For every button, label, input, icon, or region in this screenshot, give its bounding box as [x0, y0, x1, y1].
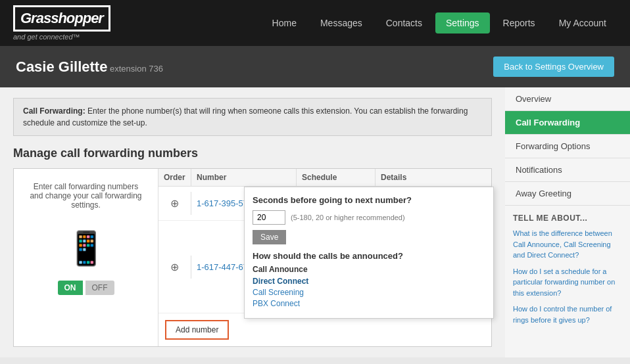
- info-bold: Call Forwarding:: [23, 106, 85, 116]
- toggle-on-button[interactable]: ON: [58, 281, 83, 295]
- content-area: Call Forwarding: Enter the phone number(…: [0, 87, 505, 357]
- sidebar-item-call-forwarding[interactable]: Call Forwarding: [505, 111, 630, 135]
- user-name: Casie Gillette: [16, 58, 107, 75]
- left-panel: Enter call forwarding numbers and change…: [14, 169, 158, 346]
- info-text: Enter the phone number(s) that will ring…: [23, 106, 468, 127]
- sidebar-item-overview[interactable]: Overview: [505, 87, 630, 111]
- popup-announce-sub: Call Announce: [253, 265, 485, 274]
- nav-home[interactable]: Home: [262, 12, 307, 34]
- sidebar-item-forwarding-options[interactable]: Forwarding Options: [505, 135, 630, 158]
- table-header: Order Number Schedule Details: [158, 169, 491, 187]
- col-number-header: Number: [191, 169, 297, 186]
- header: Grasshopper and get connected™ Home Mess…: [0, 0, 630, 46]
- popup-option-call-screening[interactable]: Call Screening: [253, 288, 485, 297]
- sidebar-item-notifications[interactable]: Notifications: [505, 158, 630, 182]
- main-content: Call Forwarding: Enter the phone number(…: [0, 87, 630, 357]
- info-box: Call Forwarding: Enter the phone number(…: [13, 98, 492, 136]
- nav-messages[interactable]: Messages: [310, 12, 373, 34]
- cell-order-2: ⊕: [158, 256, 191, 279]
- add-number-button[interactable]: Add number: [165, 320, 229, 340]
- tell-me-link-1[interactable]: What is the difference between Call Anno…: [513, 228, 622, 261]
- banner: Casie Gillette extension 736 Back to Set…: [0, 46, 630, 87]
- popup-save-button[interactable]: Save: [253, 230, 286, 244]
- tell-me-link-2[interactable]: How do I set a schedule for a particular…: [513, 266, 622, 299]
- phone-icon: 📱: [66, 229, 107, 267]
- sidebar: Overview Call Forwarding Forwarding Opti…: [505, 87, 630, 357]
- extension-label: extension 736: [110, 64, 163, 74]
- popup-hint: (5-180, 20 or higher recommended): [291, 214, 405, 221]
- popup-option-pbx-connect[interactable]: PBX Connect: [253, 299, 485, 308]
- tagline: and get connected™: [13, 33, 110, 41]
- tell-me-link-3[interactable]: How do I control the number of rings bef…: [513, 304, 622, 325]
- logo: Grasshopper and get connected™: [13, 5, 110, 41]
- table-row: ⊕ 1-617-395-5736 ▼ 24/7 ▼ Call Announc: [158, 187, 491, 221]
- tell-me-title: TELL ME ABOUT...: [513, 214, 622, 223]
- nav-my-account[interactable]: My Account: [548, 12, 617, 34]
- nav-contacts[interactable]: Contacts: [376, 12, 433, 34]
- nav-reports[interactable]: Reports: [493, 12, 546, 34]
- banner-user-info: Casie Gillette extension 736: [16, 58, 163, 76]
- col-schedule-header: Schedule: [297, 169, 376, 186]
- cell-order-1: ⊕: [158, 192, 191, 215]
- popup-title: Seconds before going to next number?: [253, 195, 485, 205]
- popup-option-direct-connect[interactable]: Direct Connect: [253, 277, 485, 286]
- sidebar-nav: Overview Call Forwarding Forwarding Opti…: [505, 87, 630, 206]
- sidebar-item-away-greeting[interactable]: Away Greeting: [505, 182, 630, 206]
- forwarding-popup: Seconds before going to next number? (5-…: [244, 187, 494, 319]
- toggle-off-button[interactable]: OFF: [85, 281, 114, 295]
- section-title: Manage call forwarding numbers: [13, 147, 492, 160]
- col-details-header: Details: [376, 169, 491, 186]
- nav-settings[interactable]: Settings: [435, 12, 490, 34]
- left-panel-text: Enter call forwarding numbers and change…: [27, 182, 145, 210]
- forwarding-table: Enter call forwarding numbers and change…: [13, 168, 492, 347]
- popup-announce-title: How should the calls be announced?: [253, 251, 485, 261]
- back-to-settings-button[interactable]: Back to Settings Overview: [493, 57, 614, 77]
- col-order-header: Order: [158, 169, 191, 186]
- toggle-group: ON OFF: [58, 281, 114, 295]
- nav: Home Messages Contacts Settings Reports …: [262, 12, 617, 34]
- seconds-input[interactable]: [253, 210, 285, 225]
- popup-seconds-row: (5-180, 20 or higher recommended): [253, 210, 485, 225]
- tell-me-section: TELL ME ABOUT... What is the difference …: [505, 206, 630, 338]
- cell-details-1: ▼ Call Announce - 20 ✕ Seconds before go…: [376, 187, 491, 220]
- table-section: Order Number Schedule Details ⊕ 1-617-39…: [158, 169, 491, 346]
- logo-area: Grasshopper and get connected™: [13, 5, 110, 41]
